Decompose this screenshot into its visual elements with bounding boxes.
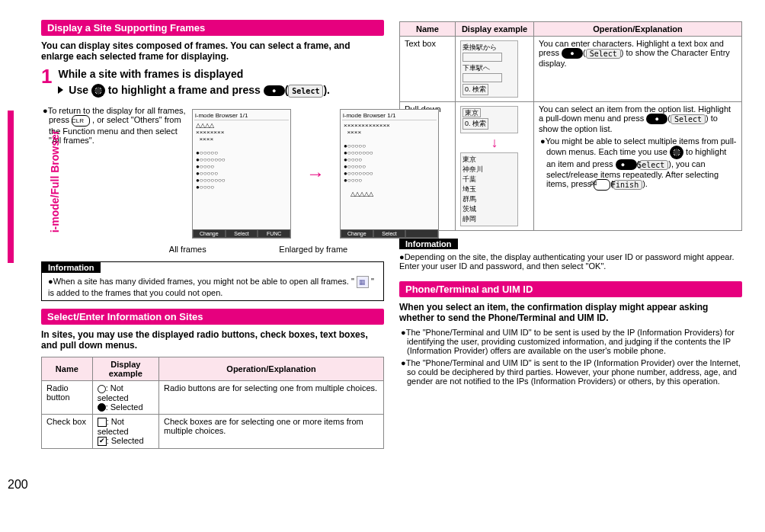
th-name: Name: [42, 357, 93, 381]
arrow-right-icon: →: [306, 163, 325, 184]
table-row: Text box 乗換駅から 下車駅へ 0. 検索 You can enter …: [400, 37, 742, 102]
cell-textbox-op: You can enter characters. Highlight a te…: [534, 37, 742, 102]
phone-uim-bullet-1: ●The "Phone/Terminal and UIM ID" to be s…: [399, 328, 742, 355]
tb-search-btn: 0. 検索: [463, 84, 488, 95]
textbox-example-icon: 乗換駅から 下車駅へ 0. 検索: [460, 40, 518, 98]
center-button-icon: ●: [264, 85, 285, 96]
information-box-1: Information ●When a site has many divide…: [41, 261, 384, 301]
table-row: Radio button : Not selected : Selected R…: [42, 381, 384, 415]
textbox-field-icon-2: [463, 73, 502, 82]
pu-b2: The "Phone/Terminal and UIM ID" is sent …: [406, 358, 741, 386]
screen-left: i-mode Browser 1/1 △△△△×××××××× ××××●○○○…: [192, 109, 291, 239]
page-number: 200: [8, 478, 742, 492]
screen-examples: i-mode Browser 1/1 △△△△×××××××× ××××●○○○…: [192, 109, 439, 239]
step-body: While a site with frames is displayed Us…: [58, 66, 330, 98]
step-number: 1: [41, 66, 52, 98]
right-column: Name Display example Operation/Explanati…: [399, 15, 742, 455]
table-row: Check box : Not selected ✔: Selected Che…: [42, 415, 384, 449]
return-note: ●To return to the display for all frames…: [41, 106, 186, 242]
th-disp-r: Display example: [456, 22, 534, 37]
section-header-select-enter: Select/Enter Information on Sites: [41, 309, 384, 325]
center-button-icon: ●: [646, 114, 667, 124]
center-button-icon: ●: [562, 48, 583, 59]
pd-op6: ).: [642, 180, 648, 189]
caption-right: Enlarged by frame: [279, 245, 347, 254]
screen-left-body: △△△△×××××××× ××××●○○○○○●○○○○○○○●○○○○●○○○…: [194, 120, 289, 192]
checkbox-unselected-icon: [98, 418, 107, 427]
pulldown-expanded-icon: 東京 神奈川 千葉 埼玉 群馬 茨城 静岡: [460, 152, 518, 226]
section-header-phone-uim: Phone/Terminal and UIM ID: [399, 281, 742, 297]
side-tab: i-mode/Full Browser: [8, 15, 26, 455]
dpad-icon: [670, 146, 683, 159]
dpad-icon: [91, 84, 105, 98]
info1-a: When a site has many divided frames, you…: [53, 277, 357, 286]
finish-pill: Finish: [613, 180, 642, 190]
table-header-row: Name Display example Operation/Explanati…: [42, 357, 384, 381]
select-pill: Select: [639, 160, 668, 170]
cell-radio-op: Radio buttons are for selecting one from…: [159, 381, 384, 415]
cell-pulldown-op: You can select an item from the option l…: [534, 102, 742, 231]
caption-left: All frames: [169, 245, 206, 254]
screen-left-foot: Change Select FUNC: [193, 229, 290, 238]
mail-button-icon: [594, 179, 610, 191]
foot-func: FUNC: [258, 229, 290, 238]
step-1: 1 While a site with frames is displayed …: [41, 66, 384, 98]
radio-unselected-icon: [98, 385, 106, 393]
intro-phone-uim: When you select an item, the confirmatio…: [399, 302, 742, 323]
checkbox-selected-icon: ✔: [98, 437, 107, 446]
information-body-1: ●When a site has many divided frames, yo…: [42, 273, 383, 300]
cell-textbox-disp: 乗換駅から 下車駅へ 0. 検索: [456, 37, 534, 102]
select-pill: Select: [586, 49, 621, 59]
screen-captions: All frames Enlarged by frame: [133, 245, 384, 254]
info2-text: Depending on the site, the display authe…: [399, 252, 735, 271]
pd-selected: 東京: [463, 108, 481, 117]
step-line-b-end: ).: [323, 84, 330, 96]
foot-select: Select: [226, 229, 258, 238]
phone-uim-bullet-2: ●The "Phone/Terminal and UIM ID" is sent…: [399, 358, 742, 386]
side-tab-bar: [8, 111, 14, 263]
screen-right-foot: Change Select: [341, 229, 438, 238]
th-name-r: Name: [400, 22, 456, 37]
step-line-b-pre: Use: [69, 84, 91, 96]
frame-error-icon: ▦: [357, 276, 369, 288]
controls-table-right: Name Display example Operation/Explanati…: [399, 21, 742, 231]
section-header-frames: Display a Site Supporting Frames: [41, 20, 384, 36]
table-row: Pull down menu 東京 0. 検索 ↓ 東京 神奈川 千葉 埼玉 群…: [400, 102, 742, 231]
th-disp: Display example: [92, 357, 158, 381]
radio-sel-label: : Selected: [106, 402, 143, 412]
screen-right-body: ××××××××××××× ××××●○○○○○●○○○○○○○●○○○○●○○…: [342, 120, 437, 199]
clr-button-icon: CLR: [72, 115, 90, 127]
left-column: Display a Site Supporting Frames You can…: [41, 15, 384, 455]
screen-left-title: i-mode Browser 1/1: [194, 111, 289, 120]
intro-frames: You can display sites composed of frames…: [41, 40, 384, 62]
th-op: Operation/Explanation: [159, 357, 384, 381]
information-label-1: Information: [42, 262, 101, 273]
cell-pulldown-disp: 東京 0. 検索 ↓ 東京 神奈川 千葉 埼玉 群馬 茨城 静岡: [456, 102, 534, 231]
th-op-r: Operation/Explanation: [534, 22, 742, 37]
cell-check-name: Check box: [42, 415, 93, 449]
textbox-field-icon: [463, 53, 502, 62]
pd-search-btn: 0. 検索: [463, 118, 488, 130]
radio-selected-icon: [98, 403, 106, 412]
foot-blank-r: [405, 229, 438, 238]
tb-line1: 乗換駅から: [463, 43, 497, 51]
screen-all-frames: i-mode Browser 1/1 △△△△×××××××× ××××●○○○…: [192, 109, 291, 239]
select-pill: Select: [671, 114, 706, 124]
foot-change-r: Change: [341, 229, 373, 238]
tb-line2: 下車駅へ: [463, 64, 490, 72]
center-button-icon: ●: [616, 159, 637, 170]
pd-bullet: ●You might be able to select multiple it…: [539, 136, 737, 191]
information-body-2: ●Depending on the site, the display auth…: [399, 249, 742, 274]
information-box-2: Information ●Depending on the site, the …: [399, 239, 742, 274]
side-tab-label: i-mode/Full Browser: [49, 130, 61, 233]
foot-change: Change: [193, 229, 226, 238]
pulldown-collapsed-icon: 東京 0. 検索: [460, 106, 518, 133]
cell-check-op: Check boxes are for selecting one or mor…: [159, 415, 384, 449]
arrow-down-icon: ↓: [460, 135, 529, 151]
cell-radio-name: Radio button: [42, 381, 93, 415]
cell-textbox-name: Text box: [400, 37, 456, 102]
play-icon: [58, 86, 63, 94]
cell-radio-disp: : Not selected : Selected: [92, 381, 158, 415]
screen-enlarged-frame: i-mode Browser 1/1 ××××××××××××× ××××●○○…: [340, 109, 439, 239]
foot-select-r: Select: [373, 229, 406, 238]
